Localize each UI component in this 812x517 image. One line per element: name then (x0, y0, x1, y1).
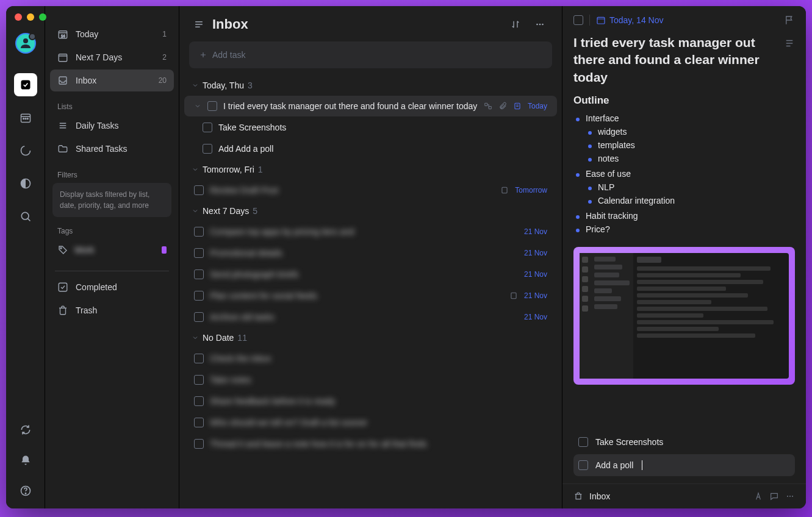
task-row[interactable]: Take Screenshots (184, 117, 557, 138)
chevron-down-icon (192, 207, 199, 215)
outline-subitem[interactable]: notes (586, 152, 795, 165)
checkbox[interactable] (578, 460, 588, 470)
rail-calendar-icon[interactable] (14, 106, 37, 129)
checkbox[interactable] (578, 437, 588, 447)
task-row[interactable]: Review Draft Post Tomorrow (184, 180, 557, 201)
rail-pomodoro-icon[interactable] (14, 139, 37, 162)
more-icon[interactable] (785, 491, 795, 501)
task-title: Who should we tell on? Draft a list soon… (210, 418, 547, 427)
checkbox[interactable] (194, 227, 204, 237)
task-row[interactable]: Send photograph briefs21 Nov (184, 264, 557, 285)
outline-subitem[interactable]: Calendar integration (586, 194, 795, 207)
rail-notifications-icon[interactable] (14, 449, 37, 472)
task-row[interactable]: Who should we tell on? Draft a list soon… (184, 412, 557, 433)
attachment-thumbnail[interactable] (573, 247, 795, 385)
group-label: Next 7 Days (203, 206, 249, 216)
detail-checkbox[interactable] (573, 15, 583, 25)
group-next7[interactable]: Next 7 Days 5 (184, 201, 557, 221)
minimize-window-icon[interactable] (27, 13, 34, 21)
sidebar-item-completed[interactable]: Completed (50, 276, 174, 298)
rail-habit-icon[interactable] (14, 172, 37, 195)
task-row[interactable]: Plan content for social feeds21 Nov (184, 285, 557, 306)
sidebar-item-label: Shared Tasks (76, 144, 128, 154)
outline-subitem[interactable]: templates (586, 138, 795, 152)
avatar[interactable] (15, 33, 36, 54)
outline-subitem[interactable]: widgets (586, 125, 795, 138)
checkbox[interactable] (194, 354, 204, 363)
detail-subtask[interactable]: Add a poll (573, 454, 795, 476)
sidebar-item-today[interactable]: 14 Today 1 (50, 23, 174, 45)
more-button[interactable] (531, 16, 548, 33)
checkbox[interactable] (207, 101, 217, 111)
sidebar-item-daily-tasks[interactable]: Daily Tasks (50, 115, 174, 137)
checkbox[interactable] (194, 418, 204, 427)
task-row[interactable]: I tried every task manager out there and… (184, 96, 557, 116)
comment-icon[interactable] (769, 491, 779, 501)
checkbox[interactable] (194, 312, 204, 322)
group-count: 5 (253, 206, 257, 216)
sidebar-item-trash[interactable]: Trash (50, 299, 174, 321)
sidebar-item-shared-tasks[interactable]: Shared Tasks (50, 138, 174, 160)
task-row[interactable]: Check the inbox (184, 348, 557, 369)
chevron-down-icon[interactable] (194, 102, 201, 110)
group-nodate[interactable]: No Date 11 (184, 328, 557, 348)
rail-tasks-icon[interactable] (14, 73, 37, 96)
svg-point-27 (542, 24, 544, 26)
add-task-input[interactable]: Add task (189, 41, 552, 68)
task-row[interactable]: Add Add a poll (184, 138, 557, 159)
task-row[interactable]: Thread it and leave a note how it is for… (184, 433, 557, 454)
outline-item[interactable]: Price? (573, 223, 795, 236)
task-date: 21 Nov (524, 227, 547, 236)
detail-title[interactable]: I tried every task manager out there and… (573, 34, 779, 86)
subtasks-icon (484, 102, 492, 110)
outline-item[interactable]: Ease of useNLPCalendar integration (573, 167, 795, 209)
checkbox[interactable] (203, 144, 212, 154)
group-count: 1 (258, 165, 263, 174)
outline-toggle-icon[interactable] (784, 38, 795, 49)
svg-point-43 (789, 496, 791, 497)
outline-item[interactable]: Habit tracking (573, 209, 795, 223)
list-view-icon[interactable] (193, 18, 205, 30)
group-today[interactable]: Today, Thu 3 (184, 76, 557, 95)
task-row[interactable]: Share feedback before it is ready (184, 391, 557, 412)
task-row[interactable]: Take notes (184, 369, 557, 390)
detail-location[interactable]: Inbox (589, 491, 610, 501)
task-row[interactable]: Archive old tasks21 Nov (184, 307, 557, 327)
sidebar-filters-tip[interactable]: Display tasks filtered by list, date, pr… (52, 183, 171, 217)
move-list-icon[interactable] (573, 491, 583, 501)
sidebar-item-label: Daily Tasks (76, 121, 119, 130)
task-date: 21 Nov (524, 313, 547, 321)
outline-subitem[interactable]: NLP (586, 180, 795, 194)
page-title: Inbox (212, 16, 248, 32)
outline-list[interactable]: InterfacewidgetstemplatesnotesEase of us… (573, 112, 795, 236)
chevron-down-icon (192, 82, 199, 89)
rail-help-icon[interactable] (14, 479, 37, 502)
checkbox[interactable] (194, 291, 204, 301)
checkbox[interactable] (203, 123, 212, 132)
checkbox[interactable] (194, 248, 204, 258)
sidebar-item-inbox[interactable]: Inbox 20 (50, 70, 174, 91)
tag-color-icon (162, 246, 167, 254)
rail-search-icon[interactable] (14, 205, 37, 228)
group-tomorrow[interactable]: Tomorrow, Fri 1 (184, 160, 557, 179)
flag-icon[interactable] (784, 15, 795, 26)
maximize-window-icon[interactable] (39, 13, 46, 21)
task-row[interactable]: Compare top apps by pricing tiers and21 … (184, 221, 557, 242)
sort-button[interactable] (507, 16, 524, 33)
detail-date-picker[interactable]: Today, 14 Nov (596, 15, 663, 25)
window-traffic-lights[interactable] (15, 13, 46, 21)
checkbox[interactable] (194, 396, 204, 406)
detail-subtask[interactable]: Take Screenshots (573, 431, 795, 453)
rail-sync-icon[interactable] (14, 418, 37, 441)
close-window-icon[interactable] (15, 13, 22, 21)
checkbox[interactable] (194, 375, 204, 385)
outline-item[interactable]: Interfacewidgetstemplatesnotes (573, 112, 795, 167)
text-format-icon[interactable] (753, 491, 763, 501)
svg-line-9 (27, 218, 30, 221)
sidebar-item-next7[interactable]: Next 7 Days 2 (50, 46, 174, 68)
task-row[interactable]: Promotional details21 Nov (184, 243, 557, 263)
checkbox[interactable] (194, 439, 204, 449)
checkbox[interactable] (194, 185, 204, 195)
sidebar-tag-item[interactable]: Work (50, 239, 174, 261)
checkbox[interactable] (194, 269, 204, 279)
